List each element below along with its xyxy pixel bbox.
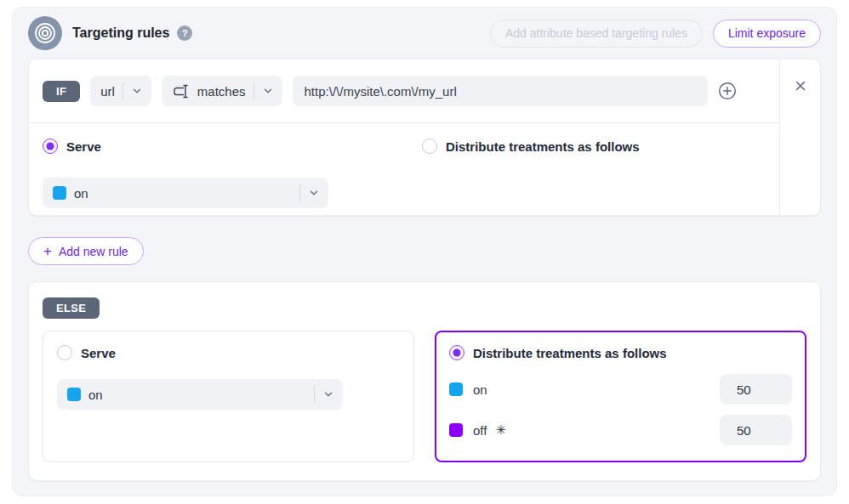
else-options-grid: Serve on Distribute treatments as follow… — [43, 331, 806, 462]
radio-unselected-icon[interactable] — [422, 139, 437, 154]
treatment-row-on: on — [449, 374, 792, 405]
chevron-down-icon — [308, 187, 320, 199]
radio-unselected-icon[interactable] — [57, 345, 72, 360]
treatment-off-percent-input[interactable] — [720, 415, 792, 445]
treatment-select-value: on — [74, 186, 88, 201]
rule-main: IF url — [29, 59, 779, 215]
panel-header: Targeting rules ? Add attribute based ta… — [13, 8, 836, 59]
attribute-select-value: url — [100, 84, 115, 99]
distribute-radio-label: Distribute treatments as follows — [446, 139, 640, 154]
else-badge: ELSE — [43, 297, 100, 319]
plus-circle-icon[interactable] — [718, 82, 737, 100]
add-attribute-rules-button[interactable]: Add attribute based targeting rules — [490, 20, 703, 48]
serve-radio[interactable]: Serve — [43, 139, 101, 154]
chevron-down-icon — [131, 85, 143, 97]
treatment-off-swatch — [449, 423, 463, 437]
radio-selected-icon[interactable] — [43, 139, 58, 154]
treatment-on-swatch — [67, 388, 81, 401]
treatment-on-swatch — [53, 186, 66, 200]
string-text-cursor-icon — [172, 84, 190, 99]
else-distribute-radio-label: Distribute treatments as follows — [473, 346, 667, 360]
header-actions: Add attribute based targeting rules Limi… — [490, 20, 821, 48]
bullseye-icon — [28, 16, 62, 50]
else-serve-radio-label: Serve — [81, 346, 116, 360]
else-treatment-select[interactable]: on — [57, 379, 343, 410]
asterisk-icon: ✳ — [495, 422, 506, 438]
else-treatment-select-value: on — [88, 388, 103, 402]
divider — [123, 82, 123, 99]
x-close-icon[interactable] — [795, 80, 806, 215]
treatment-off-label: off — [473, 423, 487, 438]
else-serve-card[interactable]: Serve on — [43, 331, 414, 462]
matcher-value-input[interactable] — [293, 76, 708, 106]
chevron-down-icon — [322, 388, 334, 400]
if-badge: IF — [43, 81, 80, 102]
treatment-select[interactable]: on — [43, 178, 328, 208]
rule-side-column — [779, 59, 820, 215]
rule-condition-row: IF url — [29, 59, 779, 123]
treatment-row-off: off ✳ — [449, 415, 792, 445]
radio-selected-icon[interactable] — [449, 345, 464, 360]
help-icon[interactable]: ? — [177, 25, 192, 41]
targeting-rules-panel: Targeting rules ? Add attribute based ta… — [12, 7, 837, 496]
divider — [299, 184, 300, 201]
plus-icon: + — [43, 244, 52, 258]
divider — [254, 82, 254, 99]
targeting-rule-card: IF url — [28, 59, 821, 216]
else-distribute-card[interactable]: Distribute treatments as follows on off … — [435, 331, 806, 462]
limit-exposure-button[interactable]: Limit exposure — [713, 20, 821, 48]
add-new-rule-label: Add new rule — [59, 245, 128, 258]
matcher-select-value: matches — [197, 84, 246, 99]
serve-radio-label: Serve — [66, 139, 101, 154]
attribute-select[interactable]: url — [90, 76, 151, 106]
serve-options-row: Serve Distribute treatments as follows — [43, 139, 766, 156]
header-left: Targeting rules ? — [28, 16, 192, 50]
treatment-on-label: on — [473, 382, 487, 397]
else-card: ELSE Serve on — [28, 281, 821, 481]
distribute-radio[interactable]: Distribute treatments as follows — [422, 139, 640, 154]
matcher-select[interactable]: matches — [162, 76, 282, 106]
else-distribute-radio[interactable]: Distribute treatments as follows — [449, 345, 667, 360]
divider — [314, 386, 315, 403]
add-new-rule-button[interactable]: + Add new rule — [28, 237, 144, 265]
else-serve-radio[interactable]: Serve — [57, 345, 116, 360]
page-title: Targeting rules — [72, 25, 169, 41]
treatment-on-swatch — [449, 382, 463, 396]
treatment-on-percent-input[interactable] — [720, 374, 792, 405]
chevron-down-icon — [262, 85, 274, 97]
rule-serve-section: Serve Distribute treatments as follows o… — [29, 123, 779, 208]
